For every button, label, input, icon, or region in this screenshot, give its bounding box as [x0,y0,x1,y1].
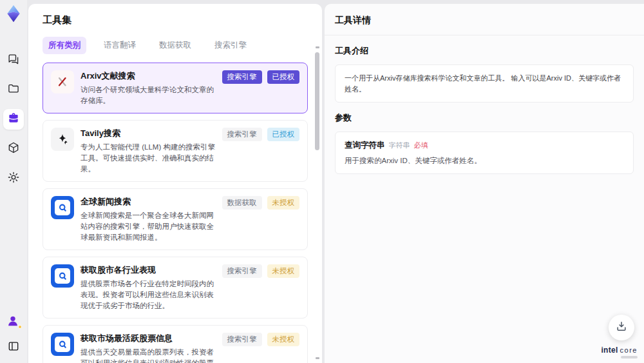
panel-toggle-icon [7,340,20,355]
param-description: 用于搜索的Arxiv ID、关键字或作者姓名。 [345,156,624,166]
avatar-status-dot [18,325,22,329]
param-box: 查询字符串 字符串 必填 用于搜索的Arxiv ID、关键字或作者姓名。 [335,132,634,174]
tool-auth-badge: 未授权 [267,333,300,346]
user-avatar-icon [6,319,20,330]
brand-intel: intel [601,346,618,355]
tool-category-badge: 搜索引擎 [222,333,262,346]
tool-auth-badge: 未授权 [267,196,300,210]
tool-description: 提供股票市场各个行业在特定时间段内的表现。投资者可以利用这些信息来识别表现优于或… [80,279,216,311]
intro-text: 一个用于从Arxiv存储库搜索科学论文和文章的工具。 输入可以是Arxiv ID… [345,73,624,94]
intro-heading: 工具介绍 [335,45,634,57]
tool-description: 专为人工智能代理 (LLM) 构建的搜索引擎工具。可快速提供实时、准确和真实的结… [80,142,216,174]
tool-description: 全球新闻搜索是一个聚合全球各大新闻网站内容的搜索引擎，帮助用户快速获取全球最新资… [80,210,216,242]
cube-icon [7,141,20,157]
tool-auth-badge: 未授权 [267,264,300,278]
tool-icon [51,264,74,288]
tool-card[interactable]: 全球新闻搜索 全球新闻搜索是一个聚合全球各大新闻网站内容的搜索引擎，帮助用户快速… [43,188,308,250]
tool-category-badge: 搜索引擎 [222,128,262,141]
tool-card[interactable]: Arxiv文献搜索 访问各个研究领域大量科学论文和文章的存储库。 搜索引擎 已授… [43,63,308,113]
intel-core-logo: intelcore [601,346,638,355]
param-type: 字符串 [389,141,410,150]
brand-subtext [621,356,638,358]
tool-category-badge: 搜索引擎 [222,70,262,84]
tool-category-badge: 搜索引擎 [222,264,262,278]
download-icon [615,320,628,335]
scroll-up-arrow[interactable] [316,46,319,48]
tool-card[interactable]: Tavily搜索 专为人工智能代理 (LLM) 构建的搜索引擎工具。可快速提供实… [43,120,308,182]
tool-icon [51,70,74,93]
tool-icon [51,196,74,219]
category-tab[interactable]: 数据获取 [153,37,197,54]
tool-auth-badge: 已授权 [267,70,300,84]
tool-card[interactable]: 获取股市各行业表现 提供股票市场各个行业在特定时间段内的表现。投资者可以利用这些… [43,257,308,319]
tool-card[interactable]: 获取市场最活跃股票信息 提供当天交易量最高的股票列表，投资者可以利用这些信息来识… [43,325,308,363]
tool-description: 访问各个研究领域大量科学论文和文章的存储库。 [80,84,216,106]
brand-core: core [620,346,638,354]
scroll-down-arrow[interactable] [316,357,319,359]
param-required-badge: 必填 [414,141,428,150]
scrollbar-thumb[interactable] [315,52,319,150]
tool-category-badge: 数据获取 [222,196,262,210]
tool-icon [51,333,74,356]
app-logo-icon [5,5,23,24]
page-title: 工具集 [43,14,308,26]
intro-box: 一个用于从Arxiv存储库搜索科学论文和文章的工具。 输入可以是Arxiv ID… [335,64,634,103]
tool-detail-panel: 工具详情 工具介绍 一个用于从Arxiv存储库搜索科学论文和文章的工具。 输入可… [325,4,644,363]
sidebar-item-plugins[interactable] [3,139,24,159]
tool-name: 全球新闻搜索 [80,196,216,208]
tool-auth-badge: 已授权 [267,128,300,141]
sidebar-item-chat[interactable] [3,50,24,70]
briefcase-icon [7,112,20,127]
list-scrollbar[interactable] [315,46,320,359]
tool-list-panel: 工具集 所有类别语言翻译数据获取搜索引擎 Arxiv文献搜索 访问各个研究领域大… [28,4,322,363]
detail-title: 工具详情 [335,15,634,26]
sidebar-item-toolbox[interactable] [3,109,24,130]
detail-header: 工具详情 [325,4,644,35]
tool-name: 获取股市各行业表现 [80,264,216,276]
tool-name: Tavily搜索 [80,128,216,139]
category-tab[interactable]: 搜索引擎 [209,37,252,54]
category-tab[interactable]: 所有类别 [43,37,86,54]
tool-list: Arxiv文献搜索 访问各个研究领域大量科学论文和文章的存储库。 搜索引擎 已授… [43,63,308,363]
collapse-sidebar-button[interactable] [3,337,24,358]
category-tab[interactable]: 语言翻译 [98,37,142,54]
category-tabs: 所有类别语言翻译数据获取搜索引擎 [43,37,308,54]
sidebar-item-files[interactable] [3,79,24,100]
tool-description: 提供当天交易量最高的股票列表，投资者可以利用这些信息来识别流动性强的股票和潜在的… [80,347,216,363]
app-sidebar [0,0,27,363]
tool-icon [51,128,74,151]
sidebar-item-settings[interactable] [3,168,24,189]
tool-name: Arxiv文献搜索 [80,70,216,82]
user-avatar[interactable] [6,314,21,329]
chat-icon [7,52,20,68]
params-heading: 参数 [335,112,634,124]
folder-icon [7,82,20,97]
gear-icon [7,171,20,186]
param-name: 查询字符串 [345,140,385,151]
tool-name: 获取市场最活跃股票信息 [80,333,216,344]
download-button[interactable] [609,315,634,340]
